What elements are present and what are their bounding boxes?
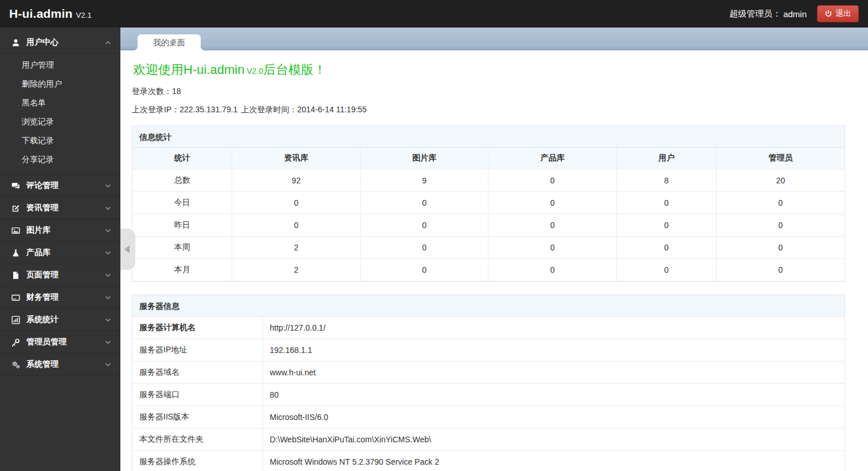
tab-my-desktop[interactable]: 我的桌面 xyxy=(138,34,201,50)
last-login-ip-label: 上次登录IP： xyxy=(132,105,179,114)
sidebar-section-admins[interactable]: 管理员管理 xyxy=(0,331,120,354)
login-count-line: 登录次数：18 xyxy=(132,87,845,97)
sidebar-item-share-history[interactable]: 分享记录 xyxy=(0,150,120,169)
server-row-label: 服务器域名 xyxy=(132,362,263,384)
sidebar-section-images[interactable]: 图片库 xyxy=(0,219,120,242)
sidebar-section-comments[interactable]: 评论管理 xyxy=(0,175,120,197)
sidebar-section-finance[interactable]: 财务管理 xyxy=(0,286,120,309)
stats-cell: 昨日 xyxy=(132,214,232,236)
chevron-down-icon xyxy=(105,318,111,322)
content-area: 欢迎使用H-ui.admin V2.0后台模版！ 登录次数：18 上次登录IP：… xyxy=(120,50,868,471)
stats-col-header: 用户 xyxy=(617,148,717,169)
collapse-left-arrow-icon xyxy=(124,245,130,253)
sidebar-item-download-history[interactable]: 下载记录 xyxy=(0,131,120,150)
stats-cell: 0 xyxy=(617,258,717,281)
app-logo-text: H-ui.admin xyxy=(9,7,73,20)
stats-cell: 0 xyxy=(360,258,488,281)
sidebar-section-label: 图片库 xyxy=(26,225,50,236)
server-panel-title: 服务器信息 xyxy=(132,295,844,317)
sidebar-section-statistics[interactable]: 系统统计 xyxy=(0,309,120,331)
stats-cell: 0 xyxy=(617,191,717,214)
gears-icon xyxy=(11,360,21,369)
logout-button[interactable]: 退出 xyxy=(817,5,859,22)
sidebar-item-user-management[interactable]: 用户管理 xyxy=(0,56,120,74)
stats-cell: 92 xyxy=(232,169,361,191)
chevron-down-icon xyxy=(105,296,111,300)
page-title-suffix: 后台模版！ xyxy=(263,62,326,77)
sidebar-section-label: 系统管理 xyxy=(26,359,58,370)
chevron-up-icon xyxy=(105,41,111,45)
table-row: 本月 2 0 0 0 0 xyxy=(132,258,844,281)
stats-col-header: 管理员 xyxy=(716,148,844,169)
table-row: 服务器操作系统 Microsoft Windows NT 5.2.3790 Se… xyxy=(132,451,844,471)
server-row-value: 192.168.1.1 xyxy=(263,339,844,362)
stats-cell: 2 xyxy=(232,236,361,258)
table-row: 服务器IP地址 192.168.1.1 xyxy=(132,339,844,362)
picture-icon xyxy=(11,226,21,235)
server-info-panel: 服务器信息 服务器计算机名 http://127.0.0.1/ 服务器IP地址 … xyxy=(132,295,845,471)
app-logo: H-ui.adminV2.1 xyxy=(9,7,92,21)
server-row-label: 服务器IP地址 xyxy=(132,339,263,362)
stats-cell: 总数 xyxy=(132,169,232,191)
tab-bar: 我的桌面 xyxy=(120,28,868,50)
sidebar-section-pages[interactable]: 页面管理 xyxy=(0,264,120,286)
sidebar-item-deleted-users[interactable]: 删除的用户 xyxy=(0,74,120,93)
server-row-label: 服务器IIS版本 xyxy=(132,406,263,429)
username: admin xyxy=(783,9,807,19)
flask-icon xyxy=(11,249,21,257)
table-row: 今日 0 0 0 0 0 xyxy=(132,191,844,214)
chevron-down-icon xyxy=(105,206,111,210)
last-login-ip-value: 222.35.131.79.1 xyxy=(179,105,237,114)
role-label: 超级管理员： xyxy=(729,9,781,19)
table-row: 服务器IIS版本 Microsoft-IIS/6.0 xyxy=(132,406,844,429)
server-row-value: Microsoft Windows NT 5.2.3790 Service Pa… xyxy=(263,451,844,471)
last-login-line: 上次登录IP：222.35.131.79.1上次登录时间：2014-6-14 1… xyxy=(132,105,845,115)
comments-icon xyxy=(11,182,21,190)
stats-cell: 0 xyxy=(488,169,617,191)
server-row-value: D:\WebSite\HanXiPuTai.com\XinYiCMS.Web\ xyxy=(263,429,844,451)
chevron-down-icon xyxy=(105,340,111,344)
bar-chart-icon xyxy=(11,316,21,324)
page-title: 欢迎使用H-ui.admin V2.0后台模版！ xyxy=(133,61,845,78)
login-count-label: 登录次数： xyxy=(132,87,172,96)
stats-col-header: 产品库 xyxy=(488,148,617,169)
table-row: 本周 2 0 0 0 0 xyxy=(132,236,844,258)
stats-table: 统计 资讯库 图片库 产品库 用户 管理员 总数 92 9 xyxy=(132,148,844,281)
stats-cell: 0 xyxy=(617,214,717,236)
sidebar-section-label: 页面管理 xyxy=(26,270,58,280)
sidebar-section-label: 产品库 xyxy=(26,248,50,258)
chevron-down-icon xyxy=(105,251,111,255)
stats-cell: 0 xyxy=(617,236,717,258)
stats-cell: 2 xyxy=(232,258,361,281)
table-row: 总数 92 9 0 8 20 xyxy=(132,169,844,191)
app-version: V2.1 xyxy=(76,11,92,19)
stats-cell: 20 xyxy=(716,169,844,191)
table-row: 服务器计算机名 http://127.0.0.1/ xyxy=(132,317,844,339)
sidebar-section-products[interactable]: 产品库 xyxy=(0,242,120,264)
stats-cell: 0 xyxy=(488,214,617,236)
stats-cell: 0 xyxy=(360,214,488,236)
sidebar-submenu-user-center: 用户管理 删除的用户 黑名单 浏览记录 下载记录 分享记录 xyxy=(0,54,120,175)
sidebar-section-label: 管理员管理 xyxy=(26,337,67,347)
stats-cell: 0 xyxy=(360,236,488,258)
stats-cell: 0 xyxy=(716,258,844,281)
top-header-bar: H-ui.adminV2.1 超级管理员： admin 退出 xyxy=(0,0,868,28)
stats-cell: 0 xyxy=(232,214,361,236)
page-title-version: V2.0 xyxy=(244,66,263,76)
key-icon xyxy=(11,338,21,347)
last-login-time-label: 上次登录时间： xyxy=(241,105,297,114)
page-title-prefix: 欢迎使用H-ui.admin xyxy=(133,62,244,77)
chevron-down-icon xyxy=(105,229,111,233)
server-row-label: 服务器操作系统 xyxy=(132,451,263,471)
sidebar-item-browse-history[interactable]: 浏览记录 xyxy=(0,112,120,131)
sidebar-section-news[interactable]: 资讯管理 xyxy=(0,197,120,219)
sidebar-item-blacklist[interactable]: 黑名单 xyxy=(0,93,120,112)
edit-icon xyxy=(11,204,21,213)
sidebar-collapse-handle[interactable] xyxy=(120,229,135,270)
server-row-value: www.h-ui.net xyxy=(263,362,844,384)
power-icon xyxy=(824,10,832,18)
stats-panel: 信息统计 统计 资讯库 图片库 产品库 用户 管理员 xyxy=(132,125,845,282)
sidebar-section-system[interactable]: 系统管理 xyxy=(0,354,120,376)
sidebar-section-user-center[interactable]: 用户中心 xyxy=(0,32,120,54)
stats-cell: 今日 xyxy=(132,191,232,214)
